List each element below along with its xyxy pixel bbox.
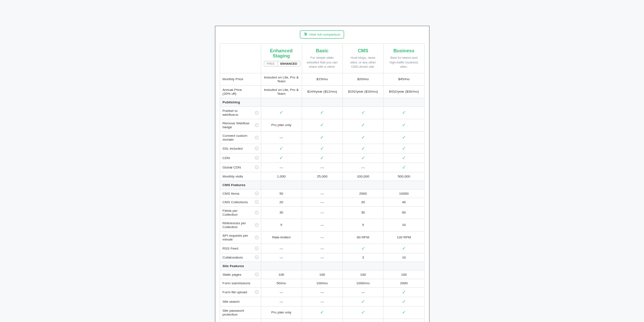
info-icon[interactable]: ?: [255, 111, 259, 114]
info-icon[interactable]: ?: [255, 290, 259, 294]
cell-value: Included on Lite, Pro & Team: [264, 88, 299, 96]
cell-value: Pro plan only: [271, 310, 291, 314]
cell-value: 100: [401, 273, 407, 277]
feature-label-cell: CMS Items?: [220, 189, 261, 198]
feature-cell: 60: [384, 206, 424, 219]
feature-cell: ✓: [302, 106, 342, 119]
feature-label: Publish to webflow.io: [223, 109, 258, 117]
cell-value: —: [361, 166, 365, 169]
table-row: Page password protection—✓✓✓: [220, 319, 424, 322]
feature-label: Fields per Collection: [223, 209, 258, 217]
feature-cell: 1000/mo: [343, 279, 384, 287]
cell-value: —: [320, 200, 324, 204]
feature-cell: ✓: [343, 319, 384, 322]
plan-header-business: Business Best for teams and high-traffic…: [384, 44, 424, 73]
info-icon[interactable]: ?: [255, 273, 259, 277]
cell-value: 100/mo: [317, 281, 328, 285]
table-row: Global CDN?———✓: [220, 163, 424, 172]
feature-label-cell: Static pages?: [220, 270, 261, 279]
cell-value: $432/year ($36/mo): [389, 90, 419, 93]
feature-cell: 25,000: [302, 172, 342, 181]
hide-comparison-button[interactable]: Hide full comparison: [300, 30, 344, 39]
info-icon[interactable]: ?: [255, 211, 259, 214]
feature-cell: ✓: [302, 306, 342, 319]
cell-value: 20: [279, 200, 283, 204]
feature-cell: Included on Lite, Pro & Team: [261, 73, 302, 85]
table-row: CDN?✓✓✓✓: [220, 153, 424, 163]
check-icon: ✓: [402, 155, 406, 160]
info-icon[interactable]: ?: [255, 256, 259, 259]
feature-cell: —: [261, 253, 302, 262]
cell-value: $45/mo: [398, 77, 410, 81]
feature-label-cell: Site password protection: [220, 306, 261, 319]
cell-value: —: [280, 300, 283, 304]
feature-cell: ✓: [384, 153, 424, 163]
feature-cell: —: [302, 287, 342, 297]
info-icon[interactable]: ?: [255, 166, 259, 169]
table-row: Remove Webflow badge?Pro plan only✓✓✓: [220, 119, 424, 131]
info-icon[interactable]: ?: [255, 200, 259, 204]
feature-cell: 100/mo: [302, 279, 342, 287]
check-icon: ✓: [279, 146, 283, 151]
cell-value: $192/year ($16/mo): [348, 90, 378, 93]
feature-cell: —: [261, 297, 302, 306]
cell-value: 2000: [359, 192, 367, 196]
feature-cell: ✓: [261, 153, 302, 163]
info-icon[interactable]: ?: [255, 247, 259, 250]
feature-label: Form file upload: [223, 290, 255, 294]
info-icon[interactable]: ?: [255, 135, 259, 139]
sliders-icon: [304, 32, 308, 37]
feature-cell: $20/mo: [343, 73, 384, 85]
check-icon: ✓: [402, 289, 406, 295]
table-row: Fields per Collection?30—3060: [220, 206, 424, 219]
info-icon[interactable]: ?: [255, 192, 259, 196]
check-icon: ✓: [361, 122, 365, 127]
feature-cell: ✓: [384, 119, 424, 131]
info-icon[interactable]: ?: [255, 123, 259, 127]
dash-icon: —: [280, 290, 283, 294]
feature-cell: ✓: [343, 306, 384, 319]
plan-name: Business: [386, 48, 421, 53]
cell-value: Rate-limited: [272, 235, 290, 239]
feature-label-cell: Publish to webflow.io?: [220, 106, 261, 119]
section-row: CMS Features: [220, 181, 424, 189]
feature-label-cell: Monthly Price: [220, 73, 261, 85]
check-icon: ✓: [320, 146, 324, 151]
feature-cell: 40: [384, 198, 424, 206]
check-icon: ✓: [402, 310, 406, 315]
check-icon: ✓: [361, 310, 365, 315]
cell-value: 10: [402, 256, 406, 259]
feature-cell: 30: [261, 206, 302, 219]
feature-cell: —: [302, 206, 342, 219]
table-row: Publish to webflow.io?✓✓✓✓: [220, 106, 424, 119]
check-icon: ✓: [320, 310, 324, 315]
feature-label-cell: Collaborators?: [220, 253, 261, 262]
table-row: Monthly visits1,00025,000100,000500,000: [220, 172, 424, 181]
check-icon: ✓: [402, 246, 406, 251]
hide-button-label: Hide full comparison: [309, 33, 340, 36]
cell-value: 100: [360, 273, 366, 277]
feature-label: Annual Price (20% off): [223, 88, 258, 96]
feature-cell: $144/year ($12/mo): [302, 85, 342, 98]
feature-label-cell: Annual Price (20% off): [220, 85, 261, 98]
info-icon[interactable]: ?: [255, 147, 259, 150]
check-icon: ✓: [361, 135, 365, 140]
check-icon: ✓: [402, 165, 406, 170]
info-icon[interactable]: ?: [255, 235, 259, 239]
info-icon[interactable]: ?: [255, 156, 259, 160]
staging-toggle[interactable]: FREE ENHANCED: [264, 61, 300, 66]
toggle-free[interactable]: FREE: [264, 61, 278, 66]
toggle-enhanced[interactable]: ENHANCED: [277, 61, 300, 66]
table-row: Site password protectionPro plan only✓✓✓: [220, 306, 424, 319]
feature-label-cell: Global CDN?: [220, 163, 261, 172]
feature-cell: ✓: [384, 144, 424, 153]
feature-cell: ✓: [302, 319, 342, 322]
cell-value: —: [320, 166, 324, 169]
table-row: Form file upload?———✓: [220, 287, 424, 297]
info-icon[interactable]: ?: [255, 223, 259, 227]
cell-value: 100: [278, 273, 284, 277]
plan-header-cms: CMS Host blogs, news sites, or any other…: [343, 44, 384, 73]
cell-value: —: [320, 300, 324, 304]
feature-cell: 100: [302, 270, 342, 279]
cell-value: 1000/mo: [357, 281, 370, 285]
